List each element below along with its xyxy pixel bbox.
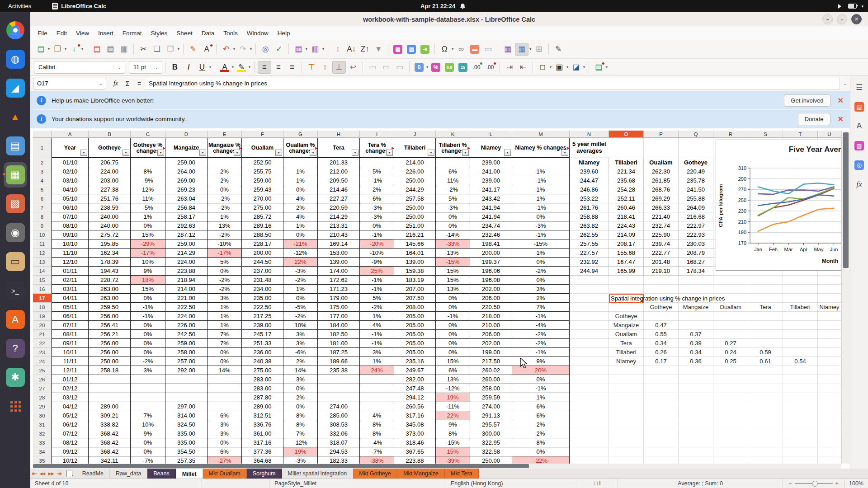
avg-value[interactable]: 225.90 — [644, 230, 679, 239]
cell-A15[interactable]: 02/11 — [52, 276, 89, 285]
cell[interactable] — [713, 285, 748, 294]
cell-H6[interactable]: 227.27 — [318, 194, 360, 203]
cell[interactable] — [818, 294, 841, 303]
cell[interactable] — [818, 285, 841, 294]
cell[interactable] — [748, 456, 783, 464]
cell-J17[interactable]: 207.50 — [394, 294, 436, 303]
cell-G16[interactable]: 1% — [283, 285, 318, 294]
cell-G11[interactable]: -21% — [283, 239, 318, 249]
cell-L3[interactable]: 241.00 — [470, 167, 512, 176]
cell-M2[interactable] — [512, 158, 570, 167]
cell-L6[interactable]: 243.42 — [470, 194, 512, 203]
cell[interactable] — [679, 429, 713, 438]
cell-D7[interactable]: 256.84 — [165, 203, 208, 212]
header-cell-K1[interactable]: Tillaberi % changes▼▶ — [436, 138, 470, 158]
cell-C11[interactable]: -29% — [131, 239, 165, 249]
special-character-icon[interactable]: Ω — [438, 43, 451, 55]
cell-C35[interactable]: -7% — [131, 456, 165, 464]
autofilter-button[interactable]: ▼ — [234, 150, 241, 156]
cell-D6[interactable]: 263.04 — [165, 194, 208, 203]
cell-F26[interactable]: 283.00 — [242, 375, 283, 384]
cell-A7[interactable]: 06/10 — [52, 203, 89, 212]
cell-H5[interactable]: 214.46 — [318, 185, 360, 194]
cell-D11[interactable]: 259.00 — [165, 239, 208, 249]
avg-header-gotheye[interactable]: Gotheye — [679, 158, 713, 167]
help-icon[interactable]: ? — [2, 334, 28, 363]
cell-G23[interactable]: -6% — [283, 348, 318, 357]
selection-mode-icon[interactable]: □ I — [577, 479, 618, 488]
title-bar[interactable]: workbook-with-sample-database.xlsx - Lib… — [30, 12, 868, 27]
cell-L32[interactable]: 300.00 — [470, 429, 512, 438]
cell-D35[interactable]: 257.35 — [165, 456, 208, 464]
cell-L21[interactable]: 206.00 — [470, 330, 512, 339]
cell-K19[interactable]: -1% — [436, 312, 470, 321]
cell[interactable] — [713, 375, 748, 384]
conditional-formatting-icon[interactable]: ▤ — [592, 61, 605, 73]
autofilter-button[interactable]: ▼ — [123, 150, 129, 156]
cell-A11[interactable]: 10/10 — [52, 239, 89, 249]
cell-C17[interactable]: 0% — [131, 294, 165, 303]
cell-K24[interactable]: 15% — [436, 357, 470, 366]
dropdown-caret-icon[interactable]: ▾ — [250, 47, 252, 51]
average-sum-status[interactable]: Average: ; Sum: 0 — [618, 479, 783, 488]
dropdown-caret-icon[interactable]: ▾ — [81, 47, 83, 51]
cell-J6[interactable]: 257.58 — [394, 194, 436, 203]
cell[interactable] — [713, 366, 748, 375]
avg-value[interactable]: 167.47 — [609, 258, 644, 267]
row-header-8[interactable]: 8 — [33, 212, 52, 221]
row-header-35[interactable]: 35 — [33, 456, 52, 464]
cell-M4[interactable]: -1% — [512, 176, 570, 185]
cell-F8[interactable]: 285.72 — [242, 212, 283, 221]
avg-value[interactable]: 263.82 — [570, 221, 609, 230]
spatial-value[interactable] — [644, 312, 679, 321]
cell-B31[interactable]: 338.82 — [89, 420, 131, 429]
cell-C15[interactable]: 18% — [131, 276, 165, 285]
cell-B14[interactable]: 194.43 — [89, 267, 131, 276]
cell-K34[interactable]: 15% — [436, 447, 470, 456]
cell-D18[interactable]: 222.50 — [165, 303, 208, 312]
cell-B9[interactable]: 240.00 — [89, 221, 131, 230]
cell-D34[interactable]: 354.50 — [165, 447, 208, 456]
number-format-icon[interactable]: 0.0 — [443, 61, 456, 73]
spatial-value[interactable]: 0.34 — [679, 348, 713, 357]
averages-title-cell[interactable]: 5 year millet averages — [570, 138, 609, 158]
cell-C33[interactable]: 0% — [131, 438, 165, 447]
cell[interactable] — [570, 375, 609, 384]
cell-M7[interactable]: -1% — [512, 203, 570, 212]
cell-H24[interactable]: 189.66 — [318, 357, 360, 366]
avg-value[interactable]: 235.78 — [679, 176, 713, 185]
header-cell-E1[interactable]: Mangaize % changes▼▶ — [208, 138, 242, 158]
cell-J23[interactable]: 205.00 — [394, 348, 436, 357]
cell-M33[interactable]: 8% — [512, 438, 570, 447]
dropdown-caret-icon[interactable]: ▾ — [48, 47, 50, 51]
clear-formatting-icon[interactable]: A — [200, 43, 213, 55]
cell[interactable] — [783, 411, 818, 420]
avg-value[interactable]: 268.76 — [644, 185, 679, 194]
cell-A4[interactable]: 03/10 — [52, 176, 89, 185]
cell-I32[interactable]: 8% — [360, 429, 394, 438]
cell[interactable] — [679, 420, 713, 429]
cell[interactable] — [783, 276, 818, 285]
cell-H32[interactable]: 332.06 — [318, 429, 360, 438]
cell-F5[interactable]: 259.43 — [242, 185, 283, 194]
cell[interactable] — [644, 276, 679, 285]
cell-I33[interactable]: -4% — [360, 438, 394, 447]
avg-value[interactable]: 253.22 — [570, 194, 609, 203]
cell-G26[interactable]: 3% — [283, 375, 318, 384]
cell-C20[interactable]: 0% — [131, 321, 165, 330]
cell-E15[interactable]: -2% — [208, 276, 242, 285]
cell-M12[interactable]: 1% — [512, 249, 570, 258]
cell-K29[interactable]: -11% — [436, 402, 470, 411]
properties-icon[interactable]: ▤ — [853, 99, 866, 114]
cell-C5[interactable]: 12% — [131, 185, 165, 194]
cell-F18[interactable]: 222.50 — [242, 303, 283, 312]
cell-E10[interactable]: -2% — [208, 230, 242, 239]
cell-D9[interactable]: 292.63 — [165, 221, 208, 230]
cell-B15[interactable]: 228.72 — [89, 276, 131, 285]
cell-M21[interactable]: -2% — [512, 330, 570, 339]
cell-C2[interactable] — [131, 158, 165, 167]
cell-B30[interactable]: 309.21 — [89, 411, 131, 420]
cell-B17[interactable]: 263.00 — [89, 294, 131, 303]
cell-J22[interactable]: 205.00 — [394, 339, 436, 348]
dropdown-caret-icon[interactable]: ▾ — [606, 65, 608, 69]
